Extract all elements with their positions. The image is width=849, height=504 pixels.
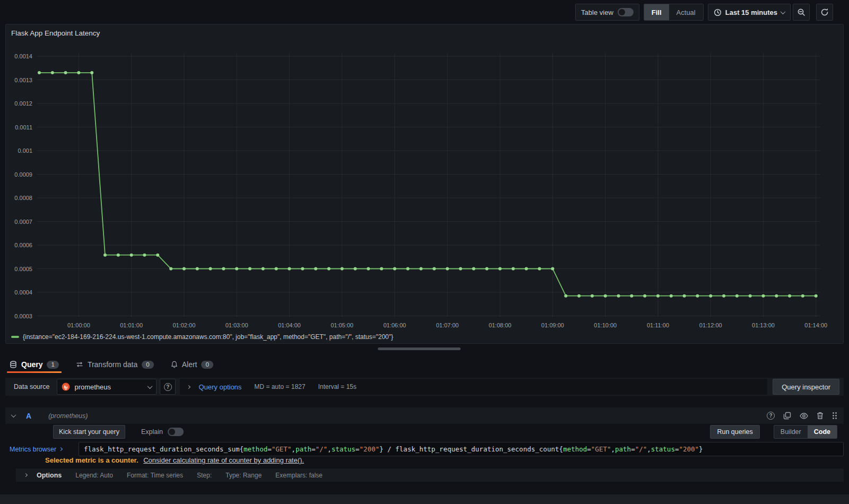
data-point-marker: [301, 267, 304, 271]
data-point-marker: [288, 267, 291, 271]
data-point-marker: [512, 267, 515, 271]
data-point-marker: [393, 267, 396, 271]
datasource-label: Data source: [14, 383, 49, 390]
query-token-plain: =: [311, 445, 316, 453]
data-point-marker: [775, 294, 778, 298]
data-point-marker: [64, 71, 67, 74]
time-range-picker[interactable]: Last 15 minutes: [708, 4, 791, 21]
data-point-marker: [262, 267, 265, 271]
query-token-string: "GET": [272, 445, 292, 453]
tab-query[interactable]: Query 1: [10, 360, 59, 369]
latency-chart[interactable]: 01:00:0001:01:0001:02:0001:03:0001:04:00…: [6, 51, 843, 332]
tab-transform-data[interactable]: Transform data 0: [76, 360, 154, 369]
builder-code-segmented: Builder Code: [774, 425, 837, 439]
query-token-label: path: [615, 445, 631, 453]
datasource-select[interactable]: prometheus: [57, 379, 157, 395]
refresh-icon: [820, 8, 829, 16]
datasource-help-button[interactable]: ?: [160, 379, 176, 395]
query-token-plain: =: [587, 445, 591, 453]
chart-legend[interactable]: {instance="ec2-184-169-216-224.us-west-1…: [11, 333, 393, 341]
fill-button[interactable]: Fill: [644, 4, 669, 20]
duplicate-icon[interactable]: [783, 412, 791, 420]
query-options-bar[interactable]: Query options MD = auto = 1827 Interval …: [180, 379, 767, 395]
refresh-button[interactable]: [816, 4, 833, 21]
data-point-marker: [367, 267, 370, 271]
counter-warning: Selected metric is a counter. Consider c…: [45, 456, 304, 464]
query-options-summary[interactable]: Options Legend: Auto Format: Time series…: [16, 468, 844, 482]
data-point-marker: [670, 294, 673, 298]
x-axis-tick-label: 01:01:00: [120, 322, 143, 328]
data-point-marker: [196, 267, 199, 271]
x-axis-tick-label: 01:07:00: [436, 322, 459, 328]
y-axis-tick-label: 0.0006: [14, 242, 32, 248]
data-point-marker: [446, 267, 449, 271]
data-point-marker: [156, 254, 159, 257]
tab-alert[interactable]: Alert 0: [171, 360, 213, 369]
warning-rate-link[interactable]: Consider calculating rate of counter by …: [143, 456, 304, 464]
data-point-marker: [327, 267, 331, 271]
builder-button[interactable]: Builder: [774, 425, 808, 438]
data-point-marker: [472, 267, 475, 271]
options-type: Type: Range: [226, 472, 262, 479]
data-point-marker: [222, 267, 225, 271]
chart-panel: Flask App Endpoint Latency 01:00:0001:01…: [5, 24, 844, 344]
datasource-row: Data source prometheus ? Query options M…: [5, 378, 844, 396]
code-button[interactable]: Code: [808, 425, 837, 438]
query-token-string: "/": [316, 445, 328, 453]
data-point-marker: [630, 294, 633, 298]
query-token-plain: =: [675, 445, 679, 453]
toggle-knob: [619, 9, 625, 15]
zoom-out-button[interactable]: [793, 4, 810, 21]
actual-button[interactable]: Actual: [669, 4, 703, 20]
query-token-plain: } / flask_http_request_duration_seconds_…: [379, 445, 563, 453]
chevron-right-icon: [187, 385, 190, 388]
data-point-marker: [591, 294, 594, 298]
y-axis-tick-label: 0.001: [18, 147, 32, 154]
x-axis-tick-label: 01:04:00: [278, 322, 301, 328]
data-point-marker: [498, 267, 501, 271]
data-point-marker: [38, 71, 41, 74]
data-point-marker: [525, 267, 528, 271]
data-point-marker: [77, 71, 80, 74]
table-view-label: Table view: [581, 8, 613, 16]
query-token-label: status: [651, 445, 675, 453]
active-tab-underline: [7, 371, 62, 373]
y-axis-tick-label: 0.0003: [14, 313, 32, 319]
query-token-plain: =: [356, 445, 360, 453]
y-axis-tick-label: 0.0014: [14, 53, 32, 59]
query-token-label: method: [244, 445, 267, 453]
promql-query-editor[interactable]: flask_http_request_duration_seconds_sum{…: [79, 442, 844, 456]
chevron-right-icon: [59, 447, 63, 451]
chevron-down-icon: [148, 384, 153, 389]
query-row-actions: ?: [767, 412, 837, 420]
horizontal-scrollbar-thumb[interactable]: [378, 347, 461, 350]
trash-icon[interactable]: [817, 412, 824, 420]
explain-toggle[interactable]: [168, 428, 184, 436]
query-options-link[interactable]: Query options: [198, 383, 241, 391]
tab-alert-label: Alert: [182, 360, 197, 369]
chevron-down-icon: [781, 9, 786, 14]
options-exemplars: Exemplars: false: [275, 472, 323, 479]
editor-tabs: Query 1 Transform data 0 Alert 0: [10, 357, 213, 372]
eye-icon[interactable]: [800, 412, 808, 420]
metrics-browser-link[interactable]: Metrics browser: [10, 446, 79, 453]
collapse-chevron-icon[interactable]: [11, 412, 16, 418]
data-point-marker: [419, 267, 422, 271]
query-inspector-button[interactable]: Query inspector: [773, 379, 839, 395]
table-view-toggle[interactable]: [618, 8, 634, 16]
help-icon[interactable]: ?: [767, 412, 775, 420]
query-row-header[interactable]: A (prometheus) ?: [5, 407, 844, 424]
data-point-marker: [275, 267, 278, 271]
run-queries-button[interactable]: Run queries: [710, 425, 759, 439]
help-icon: ?: [164, 383, 172, 391]
table-view-control: Table view: [575, 4, 639, 21]
data-point-marker: [235, 267, 238, 271]
query-token-string: "/": [635, 445, 647, 453]
kick-start-query-button[interactable]: Kick start your query: [53, 425, 125, 439]
data-point-marker: [617, 294, 620, 298]
query-token-string: "200": [359, 445, 379, 453]
drag-handle-icon[interactable]: [832, 412, 837, 420]
transform-icon: [76, 361, 83, 368]
data-point-marker: [341, 267, 344, 271]
query-token-plain: ,: [327, 445, 332, 453]
